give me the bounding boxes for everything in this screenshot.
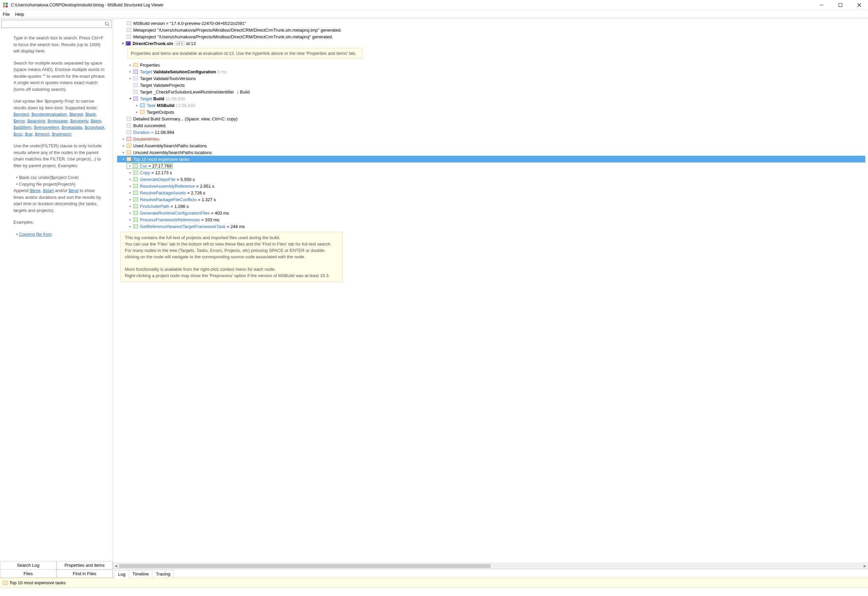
tab-log[interactable]: Log — [114, 570, 129, 578]
link-kind-additem[interactable]: $additem — [13, 125, 31, 130]
link-end[interactable]: $end — [69, 188, 78, 193]
link-kind-property[interactable]: $property — [70, 118, 88, 124]
tree-project-sln[interactable]: ▾ DirectCrmTrunk.sln v4.0 id:13 — [117, 40, 865, 47]
expander-icon[interactable]: ▸ — [134, 110, 139, 114]
tree-top10-selected[interactable]: ▾ Top 10 most expensive tasks — [117, 156, 865, 162]
expander-icon[interactable]: ▸ — [128, 211, 133, 215]
tree-properties[interactable]: ▸ Properties — [117, 62, 865, 68]
menu-file[interactable]: File — [3, 12, 10, 17]
expander-icon[interactable]: ▸ — [128, 190, 133, 195]
tree-succeeded[interactable]: Build succeeded. — [117, 122, 865, 129]
link-example-copying[interactable]: Copying file from — [19, 232, 52, 237]
link-kind-rar[interactable]: $rar — [25, 131, 32, 137]
tree-target-vtv[interactable]: ▸ Target ValidateToolsVersions — [117, 75, 865, 82]
tree-duration[interactable]: Duration = 11:08.994 — [117, 129, 865, 136]
expander-icon[interactable]: ▾ — [121, 157, 126, 161]
scroll-right-arrow[interactable]: ▶ — [862, 564, 868, 568]
link-kind-target[interactable]: $target — [69, 112, 83, 117]
minimize-button[interactable] — [815, 1, 828, 9]
link-kind-csc[interactable]: $csc — [13, 131, 22, 137]
expander-icon[interactable]: ▸ — [128, 63, 133, 67]
tab-props-items[interactable]: Properties and items — [56, 561, 113, 569]
tree-target-build[interactable]: ▾ Target Build 11:08.830 — [117, 95, 865, 102]
search-input[interactable] — [2, 22, 103, 27]
tree-line-metaproj1[interactable]: Metaproject "/Users/chumakova/Projects/M… — [117, 27, 865, 33]
link-kind-warning[interactable]: $warning — [27, 118, 45, 124]
menu-help[interactable]: Help — [15, 12, 24, 17]
expander-icon[interactable]: ▸ — [127, 164, 132, 168]
tab-timeline[interactable]: Timeline — [129, 570, 153, 578]
link-kind-error[interactable]: $error — [13, 118, 25, 124]
tree-line-metaproj2[interactable]: Metaproject "/Users/chumakova/Projects/M… — [117, 33, 865, 40]
target-icon — [133, 90, 138, 94]
tree-target-check[interactable]: Target _CheckForSolutionLevelRuntimeIden… — [117, 89, 865, 95]
link-kind-copytask[interactable]: $copytask — [85, 125, 105, 130]
tree-target-vsc[interactable]: ▸ Target ValidateSolutionConfiguration 5… — [117, 68, 865, 75]
folder-icon — [140, 110, 145, 114]
link-kind-noimport[interactable]: $noimport — [52, 131, 71, 137]
tree-doublewrites[interactable]: ▸ DoubleWrites — [117, 136, 865, 142]
expander-icon[interactable]: ▸ — [128, 76, 133, 81]
tree-task-row[interactable]: ▸GenerateDepsFile = 5.550 s — [117, 176, 865, 183]
help-ex1: $task csc under($project Core) — [16, 174, 106, 181]
tab-tracing[interactable]: Tracing — [152, 570, 174, 578]
tree-line-version[interactable]: MSBuild version = "17.4.0-preview-22470-… — [117, 20, 865, 27]
tree-task-row[interactable]: ▸ResolveAssemblyReference = 2.951 s — [117, 183, 865, 189]
expander-icon[interactable]: ▸ — [128, 217, 133, 222]
link-kind-project[interactable]: $project — [13, 112, 29, 117]
horizontal-scrollbar[interactable]: ◀ ▶ — [113, 563, 868, 569]
maximize-button[interactable] — [834, 1, 846, 9]
link-start[interactable]: $start — [43, 188, 54, 193]
help-pane[interactable]: Type in the search box to search. Press … — [0, 29, 113, 561]
tab-search-log[interactable]: Search Log — [0, 561, 56, 569]
expander-icon[interactable]: ▸ — [134, 103, 139, 108]
link-kind-metadata[interactable]: $metadata — [62, 125, 82, 130]
tree-task-row[interactable]: ▸ResolvePackageAssets = 2.726 s — [117, 189, 865, 196]
expander-icon[interactable]: ▸ — [128, 204, 133, 208]
tab-files[interactable]: Files — [0, 569, 56, 578]
expander-icon[interactable]: ▸ — [128, 177, 133, 181]
expander-icon[interactable]: ▸ — [128, 184, 133, 188]
link-kind-removeitem[interactable]: $removeitem — [34, 125, 59, 130]
expander-icon[interactable]: ▸ — [121, 137, 126, 141]
tree-task-row[interactable]: ▸GetReferenceNearestTargetFrameworkTask … — [117, 223, 865, 230]
tree-task-row[interactable]: ▸FindUnderPath = 1.286 s — [117, 203, 865, 209]
expander-icon[interactable]: ▸ — [121, 143, 126, 148]
scroll-thumb[interactable] — [119, 564, 490, 568]
svg-rect-0 — [3, 3, 5, 5]
search-icon — [105, 22, 109, 26]
expander-icon[interactable]: ▸ — [128, 224, 133, 229]
tree-task-row[interactable]: ▸GenerateRuntimeConfigurationFiles = 403… — [117, 209, 865, 216]
scroll-left-arrow[interactable]: ◀ — [113, 564, 119, 568]
tree-task-csc[interactable]: ▸ Csc = 27:17.769 — [117, 162, 865, 169]
expander-icon[interactable]: ▸ — [128, 69, 133, 74]
main-area: Type in the search box to search. Press … — [0, 18, 868, 578]
tree-view[interactable]: MSBuild version = "17.4.0-preview-22470-… — [113, 19, 868, 563]
tree-task-row[interactable]: ▸ProcessFrameworkReferences = 333 ms — [117, 216, 865, 223]
text-icon — [127, 21, 131, 25]
tree-task-msbuild[interactable]: ▸ Task MSBuild 11:08.830 — [117, 102, 865, 109]
link-kind-projectevaluation[interactable]: $projectevaluation — [31, 112, 67, 117]
tree-used-asm[interactable]: ▸ Used AssemblySearchPaths locations — [117, 142, 865, 149]
search-button[interactable] — [103, 20, 111, 28]
link-kind-task[interactable]: $task — [86, 112, 96, 117]
close-button[interactable] — [853, 1, 865, 9]
expander-icon[interactable]: ▸ — [121, 150, 126, 155]
tree-task-row[interactable]: ▸Copy = 12.173 s — [117, 169, 865, 176]
expander-icon[interactable]: ▸ — [128, 170, 133, 175]
link-kind-item[interactable]: $item — [91, 118, 102, 124]
link-kind-import[interactable]: $import — [35, 131, 49, 137]
tab-find-files[interactable]: Find in Files — [56, 569, 113, 578]
left-panel: Type in the search box to search. Press … — [0, 19, 113, 578]
expander-icon[interactable]: ▾ — [128, 96, 133, 101]
tree-target-vp[interactable]: Target ValidateProjects — [117, 82, 865, 89]
tree-unused-asm[interactable]: ▸ Unused AssemblySearchPaths locations — [117, 149, 865, 156]
expander-icon[interactable]: ▸ — [128, 197, 133, 202]
link-time[interactable]: $time — [30, 188, 40, 193]
expander-icon[interactable]: ▾ — [120, 41, 125, 46]
tree-task-row[interactable]: ▸ResolvePackageFileConflicts = 1.327 s — [117, 196, 865, 203]
tree-detailed-summary[interactable]: Detailed Build Summary... (Space: view, … — [117, 115, 865, 122]
status-bar: Top 10 most expensive tasks — [0, 578, 868, 587]
link-kind-message[interactable]: $message — [47, 118, 68, 124]
tree-target-outputs[interactable]: ▸ TargetOutputs — [117, 109, 865, 115]
